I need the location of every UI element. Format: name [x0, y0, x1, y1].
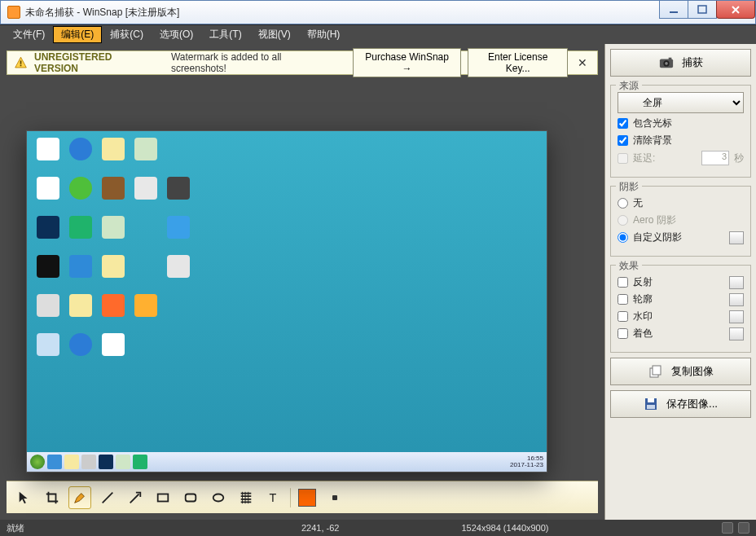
- row-delay: 延迟: 3 秒: [618, 151, 744, 165]
- reflect-label: 反射: [633, 275, 724, 289]
- save-image-label: 保存图像...: [666, 397, 718, 411]
- purchase-button[interactable]: Purchase WinSnap →: [353, 48, 462, 77]
- color-swatch-icon: [298, 489, 316, 507]
- watermark-label: 水印: [633, 310, 724, 323]
- group-effect-title: 效果: [616, 259, 642, 273]
- notice-close-icon[interactable]: ✕: [574, 56, 591, 69]
- copy-image-label: 复制图像: [671, 364, 714, 379]
- svg-rect-6: [158, 494, 169, 501]
- enter-license-button[interactable]: Enter License Key...: [468, 48, 568, 77]
- maximize-button[interactable]: [688, 1, 717, 19]
- tool-text[interactable]: T: [262, 486, 285, 509]
- svg-line-4: [103, 492, 113, 503]
- group-shadow-title: 阴影: [616, 180, 642, 194]
- watermark-settings-button[interactable]: [729, 310, 744, 323]
- tool-highlight[interactable]: [235, 486, 257, 509]
- clear-bg-label: 清除背景: [633, 134, 744, 147]
- menu-edit[interactable]: 编辑(E): [53, 26, 102, 43]
- start-button-icon: [30, 455, 45, 469]
- tool-line[interactable]: [96, 486, 119, 509]
- svg-point-12: [665, 62, 668, 65]
- svg-rect-1: [698, 6, 706, 13]
- close-button[interactable]: [716, 1, 755, 19]
- include-cursor-label: 包含光标: [633, 116, 744, 130]
- camera-icon: [659, 56, 674, 69]
- tool-size[interactable]: [323, 486, 346, 509]
- notice-bold: UNREGISTERED VERSION: [34, 51, 152, 74]
- outline-label: 轮廓: [633, 292, 724, 306]
- group-effect: 效果 反射 轮廓 水印 着色: [610, 265, 751, 353]
- size-dot-icon: [332, 495, 337, 500]
- shadow-aero-label: Aero 阴影: [633, 213, 744, 227]
- svg-rect-19: [648, 398, 654, 402]
- menu-options[interactable]: 选项(O): [152, 25, 201, 44]
- status-dims: 1524x984 (1440x900): [461, 523, 548, 533]
- minimize-button[interactable]: [659, 1, 688, 19]
- shadow-custom-radio[interactable]: [618, 232, 628, 243]
- tool-rectangle[interactable]: [152, 486, 174, 509]
- window-title: 未命名捕获 - WinSnap [未注册版本]: [25, 6, 179, 20]
- svg-rect-20: [647, 405, 655, 409]
- svg-text:T: T: [270, 491, 277, 504]
- tint-settings-button[interactable]: [729, 327, 744, 340]
- tint-label: 着色: [633, 327, 724, 340]
- clear-bg-checkbox[interactable]: [618, 135, 628, 146]
- warning-icon: [14, 55, 28, 70]
- main-area: UNREGISTERED VERSION Watermark is added …: [0, 44, 604, 520]
- menu-file[interactable]: 文件(F): [5, 25, 53, 44]
- group-shadow: 阴影 无 Aero 阴影 自定义阴影: [610, 186, 751, 257]
- menu-capture[interactable]: 捕获(C): [102, 25, 152, 44]
- delay-unit: 秒: [734, 152, 744, 165]
- canvas-zone: 16:55 2017-11-23: [0, 81, 604, 481]
- screenshot-taskbar: 16:55 2017-11-23: [27, 452, 547, 472]
- svg-rect-2: [20, 60, 22, 64]
- shadow-custom-settings-button[interactable]: [729, 231, 744, 244]
- notice-text: Watermark is added to all screenshots!: [171, 51, 331, 74]
- tool-pen[interactable]: [68, 486, 91, 509]
- delay-value[interactable]: 3: [701, 151, 729, 165]
- menu-help[interactable]: 帮助(H): [299, 25, 349, 44]
- capture-button[interactable]: 捕获: [610, 49, 751, 77]
- row-shadow-custom[interactable]: 自定义阴影: [618, 231, 744, 244]
- tool-arrow[interactable]: [124, 486, 147, 509]
- window-controls: [660, 1, 755, 19]
- outline-checkbox[interactable]: [618, 294, 628, 305]
- status-icon-1[interactable]: [722, 522, 733, 534]
- status-bar: 就绪 2241, -62 1524x984 (1440x900): [0, 520, 756, 536]
- annotation-toolbar: T: [7, 481, 598, 513]
- include-cursor-checkbox[interactable]: [618, 118, 628, 129]
- reflect-settings-button[interactable]: [729, 276, 744, 289]
- row-include-cursor[interactable]: 包含光标: [618, 116, 744, 130]
- row-clear-bg[interactable]: 清除背景: [618, 134, 744, 147]
- tool-rounded-rect[interactable]: [179, 486, 202, 509]
- tool-pointer[interactable]: [13, 486, 36, 509]
- tint-checkbox[interactable]: [618, 328, 628, 339]
- watermark-checkbox[interactable]: [618, 311, 628, 322]
- svg-rect-7: [186, 494, 196, 501]
- save-image-button[interactable]: 保存图像...: [610, 390, 751, 418]
- tool-ellipse[interactable]: [207, 486, 230, 509]
- shadow-none-radio[interactable]: [618, 198, 628, 209]
- save-icon: [644, 398, 658, 411]
- side-panel: 捕获 来源 全屏 包含光标 清除背景 延迟: 3 秒: [604, 44, 756, 520]
- captured-screenshot: 16:55 2017-11-23: [26, 130, 547, 472]
- status-icon-2[interactable]: [738, 522, 749, 534]
- tool-crop[interactable]: [41, 486, 64, 509]
- menu-bar: 文件(F) 编辑(E) 捕获(C) 选项(O) 工具(T) 视图(V) 帮助(H…: [0, 24, 756, 44]
- status-ready: 就绪: [7, 522, 24, 534]
- svg-rect-13: [668, 58, 671, 60]
- outline-settings-button[interactable]: [729, 293, 744, 306]
- reflect-checkbox[interactable]: [618, 277, 628, 288]
- source-select[interactable]: 全屏: [618, 92, 744, 113]
- menu-tools[interactable]: 工具(T): [201, 25, 249, 44]
- shadow-aero-radio[interactable]: [618, 215, 628, 226]
- tool-color[interactable]: [296, 486, 319, 509]
- svg-rect-0: [670, 11, 678, 13]
- toolbar-separator: [290, 488, 291, 507]
- copy-image-button[interactable]: 复制图像: [610, 358, 751, 385]
- svg-point-8: [213, 494, 224, 501]
- canvas[interactable]: 16:55 2017-11-23: [7, 81, 598, 474]
- menu-view[interactable]: 视图(V): [250, 25, 299, 44]
- delay-checkbox[interactable]: [618, 153, 628, 164]
- row-shadow-none[interactable]: 无: [618, 196, 744, 210]
